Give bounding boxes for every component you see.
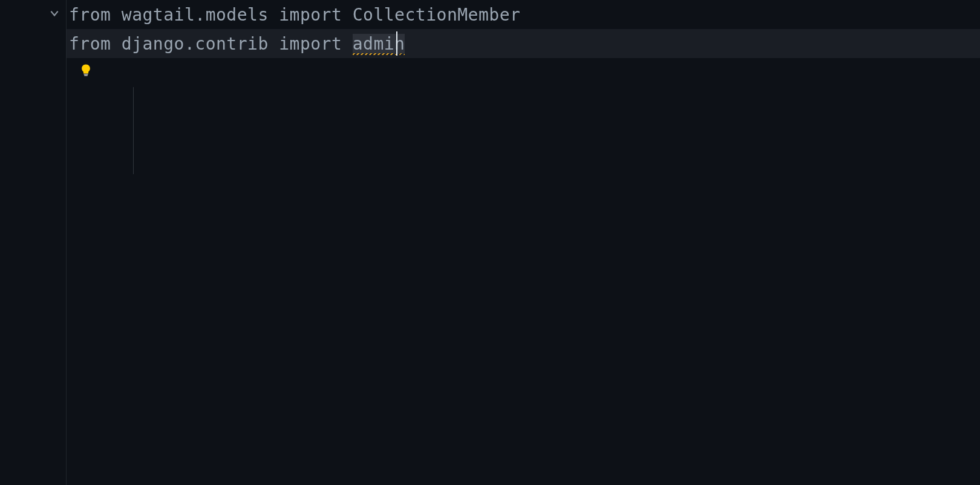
svg-rect-1 xyxy=(84,75,88,76)
lightbulb-icon[interactable] xyxy=(77,62,94,79)
code-text-segment: django.contrib xyxy=(122,34,279,54)
code-text-segment: from xyxy=(69,5,122,25)
text-cursor xyxy=(396,31,397,56)
code-line[interactable]: from wagtail.models import CollectionMem… xyxy=(67,0,980,29)
svg-rect-0 xyxy=(84,74,88,74)
indent-guide xyxy=(133,87,134,174)
fold-indicator-icon[interactable] xyxy=(47,6,62,21)
code-text-segment: CollectionMember xyxy=(353,5,521,25)
code-text-segment: import xyxy=(279,5,353,25)
code-text-segment: import xyxy=(279,34,353,54)
code-text-segment: wagtail.models xyxy=(122,5,279,25)
code-line-active[interactable]: from django.contrib import admin xyxy=(67,29,980,58)
code-editor[interactable]: from wagtail.models import CollectionMem… xyxy=(0,0,980,485)
editor-gutter xyxy=(0,0,67,485)
code-text-segment: from xyxy=(69,34,122,54)
code-content-area[interactable]: from wagtail.models import CollectionMem… xyxy=(67,0,980,485)
